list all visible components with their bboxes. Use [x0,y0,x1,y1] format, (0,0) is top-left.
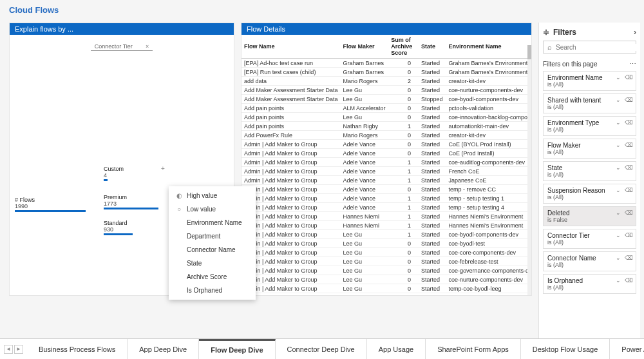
chevron-down-icon[interactable]: ⌄ [616,255,621,261]
chevron-down-icon[interactable]: ⌄ [616,119,621,126]
filter-card[interactable]: Connector Nameis (All)⌄⌫ [543,251,636,271]
table-row[interactable]: Add PowerFx RuleMario Rogers0Startedcrea… [242,131,531,140]
filter-card[interactable]: Deletedis False⌄⌫ [543,206,636,226]
filter-card[interactable]: Connector Tieris (All)⌄⌫ [543,229,636,249]
chevron-down-icon[interactable]: ⌄ [616,142,621,148]
filter-card[interactable]: Flow Makeris (All)⌄⌫ [543,139,636,159]
table-row[interactable]: [EPA] Run test cases (child)Graham Barne… [242,68,531,77]
table-row[interactable]: add dataMario Rogers2Startedcreator-kit-… [242,77,531,86]
ctx-env-name[interactable]: Environment Name [169,216,256,229]
clear-filter-icon[interactable]: ⌫ [625,97,633,103]
clear-filter-icon[interactable]: ⌫ [625,255,633,261]
ctx-connector-name[interactable]: Connector Name [169,243,256,257]
chevron-down-icon[interactable]: ⌄ [616,187,621,193]
breakdown-chip[interactable]: Connector Tier× [91,43,153,51]
chevron-down-icon[interactable]: ⌄ [616,74,621,81]
table-row[interactable]: Admin | Add Maker to GroupAdele Vance1St… [242,194,531,203]
tab-business-process-flows[interactable]: Business Process Flows [27,339,128,359]
table-row[interactable]: [EPA] Ad-hoc test case runGraham Barnes0… [242,59,531,68]
filter-card[interactable]: Environment Typeis (All)⌄⌫ [543,116,636,136]
table-row[interactable]: Admin | Add Maker to GroupLee Gu0Started… [242,239,531,248]
table-row[interactable]: Admin | Add Maker to GroupLee Gu0Started… [242,275,531,284]
clear-filter-icon[interactable]: ⌫ [625,187,633,193]
filter-card[interactable]: Environment Nameis (All)⌄⌫ [543,71,636,91]
tab-app-usage[interactable]: App Usage [367,339,426,359]
ctx-low-value[interactable]: ○Low value [169,202,256,216]
table-row[interactable]: Admin | Add Maker to GroupAdele Vance1St… [242,167,531,176]
table-row[interactable]: Admin | Add Maker to GroupAdele Vance0St… [242,140,531,149]
table-row[interactable]: Admin | Add Maker to GroupAdele Vance1St… [242,176,531,185]
ctx-department[interactable]: Department [169,229,256,243]
flow-details-header: Flow Details [242,23,531,35]
tree-node-premium[interactable]: Premium [104,194,158,200]
tree-node-standard[interactable]: Standard [104,220,133,226]
chevron-down-icon[interactable]: ⌄ [616,164,621,171]
table-row[interactable]: Admin | Add Maker to GroupAdele Vance1St… [242,203,531,212]
filters-pane: ≑Filters › ⌕ Filters on this page⋯ Envir… [538,23,640,338]
table-row[interactable]: Add Maker Assessment Starter DataLee Gu0… [242,95,531,104]
filter-card[interactable]: Shared with tenantis (All)⌄⌫ [543,93,636,113]
table-row[interactable]: Admin | Add Maker to GroupLee Gu0Started… [242,248,531,257]
table-row[interactable]: Admin | Add Maker to GroupHannes Niemi1S… [242,221,531,230]
filter-search[interactable]: ⌕ [543,41,636,53]
page-tabs: ◄ ► Business Process FlowsApp Deep DiveF… [0,338,644,359]
clear-filter-icon[interactable]: ⌫ [625,164,633,171]
tab-app-deep-dive[interactable]: App Deep Dive [128,339,199,359]
table-row[interactable]: Admin | Add Maker to GroupLee Gu0Started… [242,266,531,275]
page-title: Cloud Flows [9,5,59,15]
filter-card[interactable]: Stateis (All)⌄⌫ [543,161,636,181]
lightbulb-outline-icon: ○ [175,206,183,213]
tab-connector-deep-dive[interactable]: Connector Deep Dive [276,339,367,359]
filter-search-input[interactable] [556,44,638,51]
table-scrollbar[interactable] [527,45,531,295]
chevron-down-icon[interactable]: ⌄ [616,209,621,216]
ctx-state[interactable]: State [169,257,256,270]
tab-desktop-flow-usage[interactable]: Desktop Flow Usage [521,339,611,359]
tab-scroll-left[interactable]: ◄ [4,345,13,354]
clear-filter-icon[interactable]: ⌫ [625,209,633,216]
clear-filter-icon[interactable]: ⌫ [625,119,633,126]
col-archive-score[interactable]: Sum of Archive Score [388,35,419,59]
chip-remove-icon[interactable]: × [146,43,149,50]
table-row[interactable]: Add pain pointsNathan Rigby1Startedautom… [242,122,531,131]
col-state[interactable]: State [419,35,446,59]
chevron-down-icon[interactable]: ⌄ [616,97,621,103]
table-row[interactable]: Admin | Add Maker to GroupAdele Vance0St… [242,185,531,194]
flow-details-table[interactable]: Flow Name Flow Maker Sum of Archive Scor… [242,35,531,295]
table-row[interactable]: Admin | Add Maker to GroupLee Gu0Started… [242,257,531,266]
table-row[interactable]: Admin | Add Maker to GroupAdele Vance1St… [242,158,531,167]
clear-filter-icon[interactable]: ⌫ [625,277,633,284]
table-row[interactable]: Add pain pointsLee Gu0Startedcoe-innovat… [242,113,531,122]
chevron-down-icon[interactable]: ⌄ [616,277,621,284]
table-row[interactable]: Admin | Add Maker to GroupAdele Vance0St… [242,149,531,158]
tab-flow-deep-dive[interactable]: Flow Deep Dive [199,339,275,359]
explain-header: Explain flows by ... [10,23,234,35]
filters-title: Filters [553,28,576,37]
col-env-name[interactable]: Environment Name [446,35,531,59]
chevron-down-icon[interactable]: ⌄ [616,232,621,238]
tab-power-apps-adoption[interactable]: Power Apps Adoption [610,339,644,359]
tree-node-custom[interactable]: Custom [104,166,124,172]
filter-card[interactable]: Is Orphanedis (All)⌄⌫ [543,274,636,294]
ctx-high-value[interactable]: ◐High value [169,189,256,202]
ctx-archive-score[interactable]: Archive Score [169,270,256,284]
ctx-is-orphaned[interactable]: Is Orphaned [169,284,256,297]
expand-icon[interactable]: + [161,165,165,172]
filter-card[interactable]: Suspension Reasonis (All)⌄⌫ [543,184,636,204]
table-row[interactable]: Add pain pointsALM Accelerator0Startedpc… [242,104,531,113]
collapse-pane-icon[interactable]: › [634,28,636,37]
clear-filter-icon[interactable]: ⌫ [625,142,633,148]
col-flow-name[interactable]: Flow Name [242,35,341,59]
search-icon: ⌕ [547,43,552,51]
clear-filter-icon[interactable]: ⌫ [625,74,633,81]
tab-sharepoint-form-apps[interactable]: SharePoint Form Apps [426,339,521,359]
table-row[interactable]: Admin | Add Maker to GroupHannes Niemi1S… [242,212,531,221]
table-row[interactable]: Admin | Add Maker to GroupLee Gu0Started [242,293,531,296]
table-row[interactable]: Admin | Add Maker to GroupLee Gu1Started… [242,230,531,239]
table-row[interactable]: Add Maker Assessment Starter DataLee Gu0… [242,86,531,95]
clear-filter-icon[interactable]: ⌫ [625,232,633,238]
tab-scroll-right[interactable]: ► [14,345,23,354]
more-icon[interactable]: ⋯ [629,60,636,68]
col-flow-maker[interactable]: Flow Maker [341,35,389,59]
table-row[interactable]: Admin | Add Maker to GroupLee Gu0Started… [242,284,531,293]
